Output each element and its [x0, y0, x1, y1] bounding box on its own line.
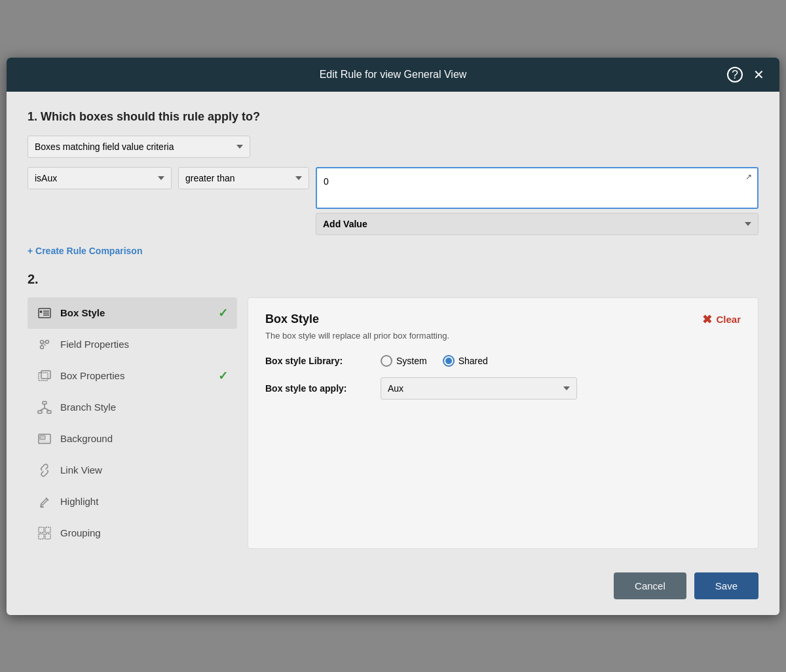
svg-rect-20: [40, 436, 45, 439]
svg-point-7: [41, 345, 44, 348]
sidebar-label-grouping: Grouping: [60, 527, 228, 538]
svg-rect-11: [39, 373, 48, 381]
sidebar-label-box-style: Box Style: [60, 307, 189, 318]
field-properties-icon: [37, 337, 52, 352]
svg-line-18: [45, 408, 49, 411]
svg-rect-12: [41, 371, 50, 379]
sidebar-item-box-properties[interactable]: Box Properties ✓: [28, 360, 237, 392]
box-properties-check: ✓: [218, 369, 228, 383]
save-button[interactable]: Save: [694, 572, 758, 599]
svg-rect-24: [39, 527, 44, 532]
svg-line-17: [40, 408, 45, 411]
clear-icon: ✖: [702, 312, 712, 327]
sidebar-list: Box Style ✓: [28, 297, 237, 549]
svg-rect-26: [39, 534, 44, 539]
svg-rect-25: [45, 527, 50, 532]
sidebar-item-highlight[interactable]: Highlight: [28, 486, 237, 517]
panel-description: The box style will replace all prior box…: [265, 331, 741, 341]
sidebar-item-branch-style[interactable]: Branch Style: [28, 392, 237, 423]
grouping-icon: [37, 525, 52, 541]
value-input-wrapper: ↗: [316, 167, 758, 209]
svg-line-10: [43, 343, 46, 346]
sidebar-label-highlight: Highlight: [60, 496, 228, 507]
clear-button[interactable]: ✖ Clear: [702, 312, 741, 327]
cancel-button[interactable]: Cancel: [614, 572, 686, 599]
highlight-icon: [37, 494, 52, 510]
section-1-title: 1. Which boxes should this rule apply to…: [28, 110, 758, 124]
dialog-title: Edit Rule for view General View: [59, 69, 727, 81]
dialog-header: Edit Rule for view General View ? ✕: [7, 58, 779, 92]
section-1: 1. Which boxes should this rule apply to…: [28, 110, 758, 256]
box-style-panel: Box Style ✖ Clear The box style will rep…: [248, 297, 758, 549]
clear-label: Clear: [716, 314, 741, 325]
sidebar-label-box-properties: Box Properties: [60, 370, 189, 381]
library-radio-group: System Shared: [381, 355, 488, 367]
apply-row: Box style to apply: Aux Default Custom: [265, 377, 741, 400]
branch-style-icon: [37, 400, 52, 415]
field-select[interactable]: isAux: [28, 167, 172, 189]
sidebar-label-background: Background: [60, 433, 228, 444]
expand-icon: ↗: [745, 172, 752, 181]
library-label: Box style Library:: [265, 356, 370, 366]
value-input[interactable]: [317, 168, 757, 208]
box-style-icon: [37, 305, 52, 321]
apply-label: Box style to apply:: [265, 383, 370, 394]
system-radio-label: System: [396, 356, 427, 366]
header-actions: ? ✕: [727, 67, 766, 83]
section-2-body: Box Style ✓: [28, 297, 758, 549]
panel-title: Box Style: [265, 312, 319, 326]
system-radio-option[interactable]: System: [381, 355, 427, 367]
value-container: ↗ Add Value: [316, 167, 758, 235]
svg-rect-14: [38, 411, 42, 413]
svg-rect-13: [43, 401, 47, 404]
library-row: Box style Library: System Shared: [265, 355, 741, 367]
svg-rect-15: [47, 411, 51, 413]
svg-point-6: [46, 340, 49, 343]
background-icon: [37, 431, 52, 447]
dialog-footer: Cancel Save: [7, 562, 779, 615]
box-style-check: ✓: [218, 306, 228, 320]
svg-point-5: [41, 340, 44, 343]
operator-select[interactable]: greater than less than equals not equals: [178, 167, 309, 189]
criteria-select[interactable]: Boxes matching field value criteria All …: [28, 136, 250, 158]
panel-header: Box Style ✖ Clear: [265, 312, 741, 327]
add-value-select[interactable]: Add Value: [316, 213, 758, 235]
sidebar-item-link-view[interactable]: Link View: [28, 455, 237, 486]
sidebar-item-field-properties[interactable]: Field Properties: [28, 329, 237, 360]
sidebar-item-box-style[interactable]: Box Style ✓: [28, 297, 237, 329]
shared-radio-inner: [445, 358, 452, 364]
system-radio-circle: [381, 355, 392, 367]
section-2-title: 2.: [28, 272, 758, 287]
svg-point-1: [40, 310, 43, 313]
shared-radio-label: Shared: [458, 356, 488, 366]
create-comparison-link[interactable]: + Create Rule Comparison: [28, 246, 142, 256]
section-2: 2.: [28, 272, 758, 549]
criteria-row: isAux greater than less than equals not …: [28, 167, 758, 235]
sidebar-label-field-properties: Field Properties: [60, 339, 228, 350]
sidebar-item-background[interactable]: Background: [28, 423, 237, 455]
box-properties-icon: [37, 368, 52, 384]
link-view-icon: [37, 462, 52, 478]
apply-select[interactable]: Aux Default Custom: [381, 377, 577, 400]
shared-radio-option[interactable]: Shared: [443, 355, 488, 367]
edit-rule-dialog: Edit Rule for view General View ? ✕ 1. W…: [7, 58, 779, 615]
shared-radio-circle: [443, 355, 455, 367]
dialog-body: 1. Which boxes should this rule apply to…: [7, 92, 779, 562]
sidebar-item-grouping[interactable]: Grouping: [28, 517, 237, 549]
close-button[interactable]: ✕: [751, 67, 766, 83]
sidebar-label-link-view: Link View: [60, 464, 228, 476]
svg-rect-27: [45, 534, 50, 539]
help-button[interactable]: ?: [727, 67, 743, 83]
sidebar-label-branch-style: Branch Style: [60, 401, 228, 413]
